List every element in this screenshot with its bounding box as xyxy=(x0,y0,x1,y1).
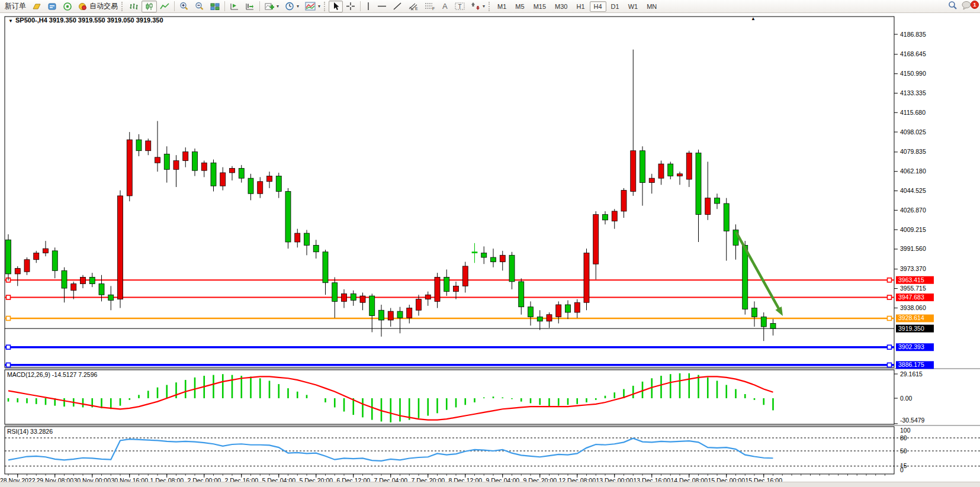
svg-text:0: 0 xyxy=(900,466,904,473)
crosshair-button[interactable] xyxy=(343,1,358,12)
profiles-button[interactable] xyxy=(44,1,60,12)
fibonacci-button[interactable]: F xyxy=(422,1,438,12)
new-order-button[interactable]: 新订单 xyxy=(2,1,29,12)
text-icon: A xyxy=(441,2,449,11)
cursor-arrow-icon xyxy=(332,2,340,11)
toolbar-separator xyxy=(259,1,260,11)
svg-text:29.1615: 29.1615 xyxy=(900,370,923,378)
new-order-label: 新订单 xyxy=(5,1,26,11)
svg-text:0.00: 0.00 xyxy=(900,395,912,402)
trendline-icon xyxy=(393,2,402,11)
fibonacci-icon: F xyxy=(425,2,435,11)
timeframe-button-w1[interactable]: W1 xyxy=(624,1,642,12)
chart-shift-button[interactable] xyxy=(242,1,258,12)
pane-frames xyxy=(5,17,980,474)
timeframe-button-d1[interactable]: D1 xyxy=(607,1,624,12)
zoom-in-icon xyxy=(179,2,189,11)
crosshair-icon xyxy=(346,2,355,11)
timeframe-button-h1[interactable]: H1 xyxy=(572,1,589,12)
auto-trading-icon xyxy=(78,2,88,11)
vertical-line-icon xyxy=(365,2,371,11)
zoom-in-button[interactable] xyxy=(176,1,192,12)
svg-text:3919.350: 3919.350 xyxy=(898,325,924,332)
window-bottom-edge xyxy=(0,482,980,487)
vertical-line-button[interactable] xyxy=(362,1,374,12)
svg-text:4150.990: 4150.990 xyxy=(900,70,926,77)
chart-title: ▼SP500-,H4 3919.350 3919.550 3919.050 39… xyxy=(8,17,163,24)
svg-text:3886.175: 3886.175 xyxy=(898,361,924,368)
templates-button[interactable]: ▾ xyxy=(302,1,323,12)
time-axis[interactable]: 28 Nov 202229 Nov 08:0030 Nov 00:0030 No… xyxy=(0,474,885,482)
cursor-button[interactable] xyxy=(329,1,343,12)
bar-chart-icon xyxy=(129,2,139,11)
timeframe-button-m5[interactable]: M5 xyxy=(511,1,528,12)
templates-icon xyxy=(305,2,316,11)
svg-text:4079.835: 4079.835 xyxy=(900,148,926,155)
horizontal-line-button[interactable] xyxy=(374,1,390,12)
svg-text:4026.870: 4026.870 xyxy=(900,207,926,214)
svg-text:4133.335: 4133.335 xyxy=(900,89,926,96)
svg-text:3928.614: 3928.614 xyxy=(898,314,924,321)
chart-window: 4186.8354168.6454150.9904133.3354115.680… xyxy=(0,13,980,482)
svg-text:F: F xyxy=(432,7,435,11)
equidistant-channel-button[interactable]: E xyxy=(405,1,422,12)
svg-text:4098.025: 4098.025 xyxy=(900,128,926,136)
zoom-out-button[interactable] xyxy=(192,1,207,12)
svg-text:3902.393: 3902.393 xyxy=(898,343,924,350)
market-watch-icon xyxy=(63,2,72,11)
search-icon[interactable] xyxy=(948,1,957,12)
svg-text:-30.5479: -30.5479 xyxy=(900,417,925,424)
toolbar-separator xyxy=(224,1,225,11)
price-axis[interactable]: 4186.8354168.6454150.9904133.3354115.680… xyxy=(894,31,926,311)
svg-text:3947.683: 3947.683 xyxy=(898,294,924,301)
svg-text:4186.835: 4186.835 xyxy=(900,31,926,38)
auto-scroll-button[interactable] xyxy=(227,1,242,12)
candle-chart-button[interactable] xyxy=(142,1,157,12)
bar-chart-button[interactable] xyxy=(126,1,142,12)
indicators-button[interactable]: ▾ xyxy=(262,1,282,12)
text-label-button[interactable]: T xyxy=(452,1,468,12)
svg-text:A: A xyxy=(442,2,448,11)
svg-text:E: E xyxy=(415,7,418,11)
trendline-button[interactable] xyxy=(390,1,405,12)
chart-canvas[interactable]: 4186.8354168.6454150.9904133.3354115.680… xyxy=(0,13,980,482)
line-chart-icon xyxy=(160,2,169,11)
tile-windows-button[interactable] xyxy=(207,1,223,12)
zoom-out-icon xyxy=(195,2,204,11)
shapes-button[interactable]: ▾ xyxy=(468,1,488,12)
svg-text:RSI(14) 33.2826: RSI(14) 33.2826 xyxy=(7,428,53,435)
arrows-shapes-icon xyxy=(471,2,480,11)
svg-text:4168.645: 4168.645 xyxy=(900,50,926,57)
timeframe-button-h4[interactable]: H4 xyxy=(590,1,606,12)
periods-button[interactable]: ▾ xyxy=(282,1,302,12)
candlestick-chart-icon xyxy=(144,2,154,11)
scroll-marker[interactable]: ▲ xyxy=(751,16,756,21)
timeframe-button-m1[interactable]: M1 xyxy=(493,1,510,12)
horizontal-line-icon xyxy=(377,2,387,11)
svg-text:50: 50 xyxy=(900,447,907,454)
toolbar-separator xyxy=(174,1,175,11)
chat-icon[interactable] xyxy=(961,1,972,12)
market-watch-button[interactable] xyxy=(60,1,75,12)
auto-trading-button[interactable]: 自动交易 xyxy=(75,1,121,12)
new-chart-button[interactable] xyxy=(29,1,44,12)
line-chart-button[interactable] xyxy=(157,1,172,12)
timeframe-button-mn[interactable]: MN xyxy=(642,1,661,12)
notification-badge[interactable]: 1 xyxy=(971,1,979,9)
text-button[interactable]: A xyxy=(438,1,452,12)
svg-text:MACD(12,26,9) -14.5127 7.2596: MACD(12,26,9) -14.5127 7.2596 xyxy=(7,371,98,378)
svg-text:3973.370: 3973.370 xyxy=(900,265,926,272)
auto-scroll-icon xyxy=(230,2,239,11)
timeframe-button-m15[interactable]: M15 xyxy=(529,1,550,12)
chevron-down-icon: ▾ xyxy=(318,4,320,9)
chevron-down-icon: ▾ xyxy=(277,4,279,9)
auto-trading-label: 自动交易 xyxy=(89,1,118,11)
svg-text:3938.060: 3938.060 xyxy=(900,304,926,311)
chevron-down-icon: ▾ xyxy=(297,4,299,9)
svg-text:3991.560: 3991.560 xyxy=(900,245,926,252)
svg-text:3955.715: 3955.715 xyxy=(900,285,926,292)
svg-text:80: 80 xyxy=(900,434,907,441)
toolbar-gripper xyxy=(489,2,491,11)
timeframe-button-m30[interactable]: M30 xyxy=(551,1,571,12)
channel-icon: E xyxy=(408,2,419,11)
